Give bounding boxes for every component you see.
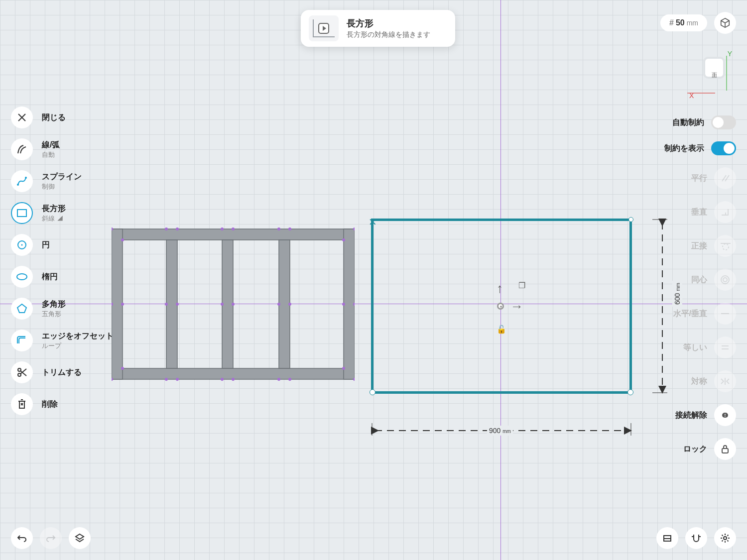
parallel-icon <box>720 173 730 183</box>
grid-size-pill[interactable]: #50mm <box>660 14 707 31</box>
settings-button[interactable] <box>714 527 736 549</box>
rectangle-tool[interactable]: 長方形斜線 ◢ <box>11 202 114 224</box>
tangent-icon <box>720 240 731 251</box>
scissors-icon <box>16 367 27 378</box>
svg-point-24 <box>221 303 224 306</box>
group-icon: ❐ <box>518 281 525 290</box>
origin-widget[interactable]: ↑ ❐ → 🔓 <box>490 279 519 319</box>
y-axis-label: Y <box>728 50 732 58</box>
spline-icon <box>16 176 27 187</box>
view-face-button[interactable]: 上面 <box>705 59 723 77</box>
svg-point-38 <box>342 238 345 241</box>
toggle-on <box>711 141 736 155</box>
lock-icon <box>721 444 730 454</box>
svg-point-36 <box>277 227 280 230</box>
ellipse-tool[interactable]: 楕円 <box>11 266 114 288</box>
arrow-up-icon: ↑ <box>497 281 503 296</box>
hash-icon: # <box>669 18 674 27</box>
svg-rect-13 <box>112 229 355 240</box>
close-icon <box>17 113 26 122</box>
perpendicular-icon <box>720 207 730 217</box>
stack-button[interactable] <box>656 527 678 549</box>
polygon-icon <box>16 303 27 314</box>
svg-rect-12 <box>722 448 728 453</box>
left-toolbar: 閉じる 線/弧自動 スプライン制御 長方形斜線 ◢ 円 楕円 多角形五角形 エッ… <box>11 107 114 415</box>
tangent-constraint[interactable]: 正接 <box>691 235 736 257</box>
svg-point-48 <box>342 367 345 370</box>
symmetric-constraint[interactable]: 対称 <box>691 370 736 392</box>
tool-tooltip[interactable]: 長方形 長方形の対角線を描きます <box>301 10 455 47</box>
svg-point-31 <box>121 238 124 241</box>
magnet-icon <box>691 533 702 544</box>
undo-icon <box>17 534 27 542</box>
view-cube-button[interactable] <box>714 12 736 34</box>
svg-point-9 <box>723 244 729 250</box>
svg-point-0 <box>17 184 19 186</box>
svg-point-27 <box>288 303 291 306</box>
svg-point-4 <box>21 244 23 246</box>
sketch-structure[interactable] <box>112 224 355 384</box>
svg-point-23 <box>176 303 179 306</box>
circle-tool[interactable]: 円 <box>11 234 114 256</box>
redo-icon <box>46 534 56 542</box>
stack-icon <box>662 533 673 544</box>
svg-point-5 <box>17 274 27 280</box>
x-axis-label: X <box>689 92 694 100</box>
disconnect-button[interactable]: 接続解除 <box>675 404 736 426</box>
polygon-tool[interactable]: 多角形五角形 <box>11 298 114 320</box>
tooltip-subtitle: 長方形の対角線を描きます <box>347 30 430 39</box>
svg-point-21 <box>121 303 124 306</box>
svg-rect-16 <box>344 229 355 379</box>
svg-point-42 <box>165 378 168 381</box>
delete-tool[interactable]: 削除 <box>11 393 114 415</box>
concentric-constraint[interactable]: 同心 <box>691 269 736 291</box>
svg-point-56 <box>724 537 727 540</box>
svg-point-28 <box>342 303 345 306</box>
trim-tool[interactable]: トリムする <box>11 361 114 383</box>
svg-marker-6 <box>17 304 26 313</box>
svg-point-44 <box>221 378 224 381</box>
spline-tool[interactable]: スプライン制御 <box>11 170 114 192</box>
axes-widget[interactable]: Y X 上面 <box>687 50 732 100</box>
show-constraints-toggle[interactable]: 制約を表示 <box>664 141 736 155</box>
line-arc-icon <box>16 144 27 155</box>
layers-button[interactable] <box>69 527 91 549</box>
undo-button[interactable] <box>11 527 33 549</box>
horiz-icon <box>720 312 730 316</box>
layers-icon <box>74 533 85 544</box>
unlink-icon <box>720 411 731 419</box>
svg-point-22 <box>165 303 168 306</box>
dimension-vertical[interactable] <box>652 219 672 394</box>
handle-top-right[interactable] <box>628 217 633 222</box>
svg-point-41 <box>121 367 124 370</box>
svg-point-10 <box>721 276 729 284</box>
svg-rect-19 <box>279 240 290 368</box>
lock-button[interactable]: ロック <box>683 438 736 460</box>
svg-rect-18 <box>222 240 233 368</box>
circle-icon <box>16 239 27 250</box>
svg-point-43 <box>176 378 179 381</box>
symmetric-icon <box>720 377 731 386</box>
trash-icon <box>17 399 27 410</box>
parallel-constraint[interactable]: 平行 <box>691 167 736 189</box>
svg-point-32 <box>165 227 168 230</box>
svg-point-45 <box>232 378 235 381</box>
equal-icon <box>721 344 730 351</box>
svg-point-46 <box>277 378 280 381</box>
svg-rect-17 <box>166 240 177 368</box>
perpendicular-constraint[interactable]: 垂直 <box>691 201 736 223</box>
svg-point-47 <box>288 378 291 381</box>
line-arc-tool[interactable]: 線/弧自動 <box>11 138 114 160</box>
snap-button[interactable] <box>685 527 707 549</box>
svg-rect-15 <box>112 229 123 379</box>
equal-constraint[interactable]: 等しい <box>683 336 736 358</box>
play-icon <box>318 23 329 34</box>
redo-button[interactable] <box>40 527 62 549</box>
auto-constraint-toggle[interactable]: 自動制約 <box>672 115 736 129</box>
horiz-vert-constraint[interactable]: 水平/垂直 <box>673 303 736 325</box>
svg-point-25 <box>232 303 235 306</box>
offset-tool[interactable]: エッジをオフセットループ <box>11 330 114 351</box>
close-button[interactable]: 閉じる <box>11 107 114 128</box>
rectangle-icon <box>16 209 27 218</box>
tooltip-thumb <box>309 15 339 41</box>
